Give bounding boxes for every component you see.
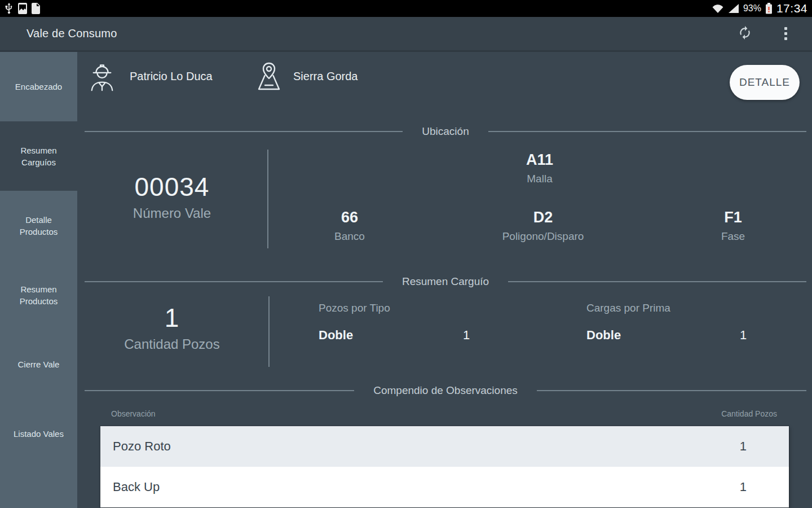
section-divider-observaciones: Compendio de Observaciones: [85, 384, 806, 397]
cantidad-pozos-value: 1: [124, 303, 219, 333]
vertical-divider: [267, 150, 268, 248]
signal-icon: [728, 3, 739, 14]
poligono-stat: D2 Poligono/Disparo: [502, 209, 584, 243]
sidebar-item-resumen-productos[interactable]: Resumen Productos: [0, 260, 77, 330]
poligono-value: D2: [502, 209, 584, 226]
divider-line: [537, 390, 806, 391]
usb-icon: [5, 3, 14, 14]
column-header-cantidad-pozos: Cantidad Pozos: [721, 409, 777, 418]
cantidad-pozos-stat: 1 Cantidad Pozos: [124, 303, 219, 352]
cargas-por-prima-name: Doble: [586, 328, 621, 343]
poligono-label: Poligono/Disparo: [502, 230, 584, 243]
observation-name: Back Up: [113, 480, 160, 494]
section-title: Resumen Carguío: [402, 275, 489, 288]
status-left-icons: [5, 3, 41, 14]
refresh-button[interactable]: [733, 22, 757, 46]
sidebar-item-encabezado[interactable]: Encabezado: [0, 52, 77, 121]
cargas-por-prima-count: 1: [740, 328, 747, 343]
observation-name: Pozo Roto: [113, 439, 171, 454]
cantidad-pozos-label: Cantidad Pozos: [124, 336, 219, 352]
observations-table: Pozo Roto 1 Back Up 1: [100, 426, 789, 507]
operator-name: Patricio Lo Duca: [130, 70, 213, 83]
divider-line: [488, 131, 806, 132]
banco-value: 66: [334, 209, 365, 226]
refresh-icon: [738, 25, 752, 42]
table-row[interactable]: Back Up 1: [100, 467, 789, 507]
malla-stat: A11 Malla: [526, 151, 553, 185]
content-panel: Patricio Lo Duca Sierra Gorda DETALLE Ub…: [77, 52, 812, 508]
pozos-por-tipo-name: Doble: [319, 328, 353, 343]
banco-label: Banco: [334, 230, 365, 243]
pozos-por-tipo-count: 1: [463, 328, 470, 343]
sidebar-item-label: Resumen Carguíos: [14, 144, 64, 168]
fase-label: Fase: [721, 230, 745, 243]
column-header-observacion: Observación: [111, 409, 156, 418]
malla-value: A11: [526, 151, 553, 169]
battery-icon: [765, 3, 773, 14]
main-area: Encabezado Resumen Carguíos Detalle Prod…: [0, 52, 812, 508]
banco-stat: 66 Banco: [334, 209, 365, 243]
sidebar-item-detalle-productos[interactable]: Detalle Productos: [0, 191, 77, 260]
pozos-por-tipo-label: Pozos por Tipo: [319, 302, 390, 314]
sidebar-item-resumen-carguios[interactable]: Resumen Carguíos: [0, 121, 77, 191]
sidebar: Encabezado Resumen Carguíos Detalle Prod…: [0, 52, 77, 508]
overflow-menu-button[interactable]: [774, 22, 797, 46]
site-name: Sierra Gorda: [293, 70, 358, 83]
cargas-por-prima-label: Cargas por Prima: [586, 302, 670, 314]
divider-line: [85, 281, 383, 282]
battery-percent: 93%: [743, 3, 761, 14]
sidebar-item-label: Cierre Vale: [18, 358, 60, 370]
sidebar-item-label: Resumen Productos: [14, 283, 64, 307]
overflow-menu-icon: [784, 27, 787, 40]
screenshot-icon: [17, 3, 28, 14]
malla-label: Malla: [526, 173, 553, 185]
app-bar: Vale de Consumo: [0, 17, 812, 52]
divider-line: [85, 390, 354, 391]
app-bar-actions: [733, 22, 797, 46]
worker-icon: [89, 61, 115, 94]
section-title: Compendio de Observaciones: [373, 384, 518, 397]
clock: 17:34: [776, 2, 807, 15]
location-icon: [257, 61, 281, 93]
app-screen: 93% 17:34 Vale de Consumo Encabezado Res…: [0, 0, 812, 508]
numero-vale-label: Número Vale: [133, 205, 211, 221]
fase-stat: F1 Fase: [721, 209, 745, 243]
sidebar-item-label: Encabezado: [15, 81, 62, 93]
observation-count: 1: [740, 480, 747, 494]
table-row[interactable]: Pozo Roto 1: [100, 426, 789, 467]
status-right-cluster: 93% 17:34: [712, 2, 807, 15]
numero-vale-value: 00034: [133, 172, 211, 202]
sidebar-item-label: Listado Vales: [14, 428, 64, 440]
sidebar-item-listado-vales[interactable]: Listado Vales: [0, 399, 77, 468]
file-alert-icon: [32, 3, 41, 14]
sidebar-item-cierre-vale[interactable]: Cierre Vale: [0, 330, 77, 399]
divider-line: [85, 131, 403, 132]
detail-button[interactable]: DETALLE: [730, 65, 800, 100]
wifi-icon: [712, 3, 724, 14]
section-divider-ubicacion: Ubicación: [85, 125, 806, 138]
divider-line: [508, 281, 806, 282]
fase-value: F1: [721, 209, 745, 226]
observation-count: 1: [740, 439, 747, 454]
page-title: Vale de Consumo: [27, 27, 117, 40]
numero-vale-stat: 00034 Número Vale: [133, 172, 211, 221]
section-title: Ubicación: [422, 125, 469, 138]
vertical-divider: [268, 296, 270, 367]
section-divider-resumen-carguio: Resumen Carguío: [85, 275, 806, 288]
status-bar: 93% 17:34: [0, 0, 812, 17]
sidebar-item-label: Detalle Productos: [14, 214, 64, 238]
